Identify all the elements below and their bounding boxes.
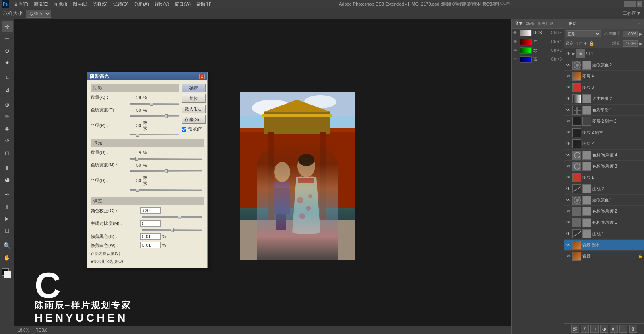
opacity-input[interactable] <box>623 31 638 37</box>
menu-file[interactable]: 文件(F) <box>11 0 31 8</box>
fg-bg-colors[interactable] <box>2 268 13 278</box>
tool-shape[interactable]: □ <box>2 225 13 236</box>
hi-tone-slider[interactable] <box>130 170 202 172</box>
layer-vis-hs2[interactable]: 👁 <box>566 209 571 214</box>
menu-window[interactable]: 窗口(W) <box>172 0 193 8</box>
layers-tab[interactable]: 图层 <box>567 21 578 27</box>
channels-tab[interactable]: 通道 <box>514 21 524 27</box>
tool-stamp[interactable]: ◈ <box>2 123 13 134</box>
layer-color-balance-1[interactable]: 👁 色彩平衡 1 <box>564 105 644 116</box>
lock-image-icon[interactable]: □ <box>580 41 582 46</box>
layer-group1[interactable]: 👁 ▶ ⊞ 组 1 <box>564 48 644 59</box>
menu-view[interactable]: 视图(V) <box>152 0 172 8</box>
channel-red[interactable]: 👁 红 Ctrl+1 <box>512 37 564 46</box>
add-mask-button[interactable]: □ <box>590 325 599 333</box>
layer-vis-l2c[interactable]: 👁 <box>566 130 571 135</box>
menu-layer[interactable]: 图层(L) <box>70 0 89 8</box>
tool-hand[interactable]: ✋ <box>2 252 13 263</box>
menu-select[interactable]: 选择(S) <box>91 0 110 8</box>
channel-vis-red[interactable]: 👁 <box>513 39 518 44</box>
tool-zoom[interactable]: 🔍 <box>2 240 13 251</box>
layer-vis-hs3[interactable]: 👁 <box>566 164 571 169</box>
blend-mode-select[interactable]: 正常 <box>566 30 601 37</box>
close-button[interactable]: ✕ <box>637 1 642 7</box>
layers-panel-menu[interactable]: ≡ <box>638 22 641 26</box>
menu-help[interactable]: 帮助(H) <box>194 0 214 8</box>
layer-background[interactable]: 👁 背景 🔒 <box>564 251 644 262</box>
delete-layer-button[interactable]: 🗑 <box>629 325 637 333</box>
channel-blue[interactable]: 👁 蓝 Ctrl+3 <box>512 55 564 64</box>
preview-checkbox[interactable] <box>182 127 186 132</box>
layer-vis-sc1[interactable]: 👁 <box>566 197 571 203</box>
layer-4[interactable]: 👁 图层 4 <box>564 71 644 82</box>
tool-spot-heal[interactable]: ⊕ <box>2 99 13 110</box>
channel-vis-green[interactable]: 👁 <box>513 48 518 53</box>
layer-2-copy-2[interactable]: 👁 图层 2 副本 2 <box>564 116 644 127</box>
menu-edit[interactable]: 编辑(E) <box>31 0 51 8</box>
color-correct-input[interactable] <box>140 207 161 214</box>
menu-image[interactable]: 图像(I) <box>52 0 70 8</box>
layer-gradient-map-2[interactable]: 👁 渐变映射 2 <box>564 93 644 105</box>
layer-hue-sat-3[interactable]: 👁 色相/饱和度 3 <box>564 161 644 172</box>
tool-move[interactable]: ✛ <box>2 21 13 32</box>
layer-vis-hs1[interactable]: 👁 <box>566 220 571 225</box>
tool-type[interactable]: T <box>2 201 13 212</box>
layer-vis-l4[interactable]: 👁 <box>566 74 571 79</box>
layer-hue-sat-1[interactable]: 👁 色相/饱和度 1 <box>564 217 644 228</box>
tool-pen[interactable]: ✒ <box>2 189 13 200</box>
layer-vis-group1[interactable]: 👁 <box>566 51 571 57</box>
color-correct-slider[interactable] <box>142 216 202 218</box>
tool-lasso[interactable]: ⊙ <box>2 45 13 56</box>
layer-bg-copy[interactable]: 👁 背景 副本 <box>564 240 644 251</box>
actions-tab[interactable]: 动作 <box>525 21 535 27</box>
layer-arrow-group1[interactable]: ▶ <box>572 52 575 55</box>
channel-vis-rgb[interactable]: 👁 <box>513 31 518 35</box>
layer-selective-color-2[interactable]: 👁 选取颜色 2 <box>564 59 644 71</box>
tool-burn[interactable]: ◕ <box>2 174 13 185</box>
tool-gradient[interactable]: ▥ <box>2 162 13 173</box>
layer-vis-l1[interactable]: 👁 <box>566 175 571 180</box>
layer-hue-sat-2[interactable]: 👁 色相/饱和度 2 <box>564 206 644 217</box>
clip-black-input[interactable] <box>140 233 161 240</box>
hi-amount-slider[interactable] <box>130 158 202 160</box>
load-button[interactable]: 载入(L)... <box>182 105 206 113</box>
save-default-link[interactable]: 存储为默认值(V) <box>91 251 120 256</box>
layer-vis-bgc[interactable]: 👁 <box>566 242 571 248</box>
tool-magic-wand[interactable]: ✦ <box>2 57 13 68</box>
midtone-slider[interactable] <box>142 229 202 231</box>
layer-vis-bg[interactable]: 👁 <box>566 254 571 259</box>
link-layers-button[interactable]: ⛓ <box>571 325 579 333</box>
menu-analysis[interactable]: 分析(A) <box>132 0 151 8</box>
tool-brush[interactable]: ✏ <box>2 111 13 122</box>
channel-vis-blue[interactable]: 👁 <box>513 57 518 61</box>
layer-2[interactable]: 👁 图层 2 <box>564 138 644 150</box>
layer-2-copy[interactable]: 👁 图层 2 副本 <box>564 127 644 138</box>
layer-curves-2[interactable]: 👁 曲线 2 <box>564 183 644 195</box>
layer-vis-c1[interactable]: 👁 <box>566 231 571 237</box>
layer-vis-l2[interactable]: 👁 <box>566 141 571 147</box>
minimize-button[interactable]: ─ <box>624 1 630 7</box>
channel-green[interactable]: 👁 绿 Ctrl+2 <box>512 46 564 55</box>
layer-vis-l3[interactable]: 👁 <box>566 85 571 90</box>
sample-size-select[interactable]: 取样点 <box>26 10 51 18</box>
show-more-link[interactable]: ■显示其它选项(O) <box>91 259 123 264</box>
add-adjustment-button[interactable]: ◑ <box>600 325 608 333</box>
channel-rgb[interactable]: 👁 RGB Ctrl+~ <box>512 29 564 37</box>
lock-all-icon[interactable]: 🔒 <box>589 41 594 46</box>
menu-filter[interactable]: 滤镜(Q) <box>111 0 131 8</box>
add-group-button[interactable]: ⊞ <box>610 325 618 333</box>
reset-button[interactable]: 复位 <box>182 94 206 103</box>
ok-button[interactable]: 确定 <box>182 84 206 92</box>
add-layer-button[interactable]: + <box>619 325 627 333</box>
tool-marquee[interactable]: ▭ <box>2 33 13 44</box>
lock-pos-icon[interactable]: ✦ <box>584 41 587 46</box>
hi-radius-slider[interactable] <box>130 189 202 191</box>
layer-vis-c2[interactable]: 👁 <box>566 186 571 192</box>
history-tab[interactable]: 历史记录 <box>537 21 554 27</box>
save-button[interactable]: 存储(S)... <box>182 115 206 124</box>
layer-vis-hs4[interactable]: 👁 <box>566 152 571 158</box>
tool-crop[interactable]: ⌗ <box>2 72 13 83</box>
tool-path-select[interactable]: ► <box>2 213 13 224</box>
layer-selective-color-1[interactable]: 👁 选取颜色 1 <box>564 195 644 206</box>
layer-vis-cb1[interactable]: 👁 <box>566 107 571 113</box>
